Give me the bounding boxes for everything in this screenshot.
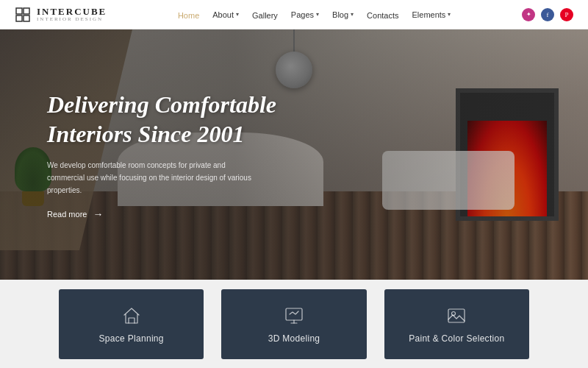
nav-item-pages[interactable]: Pages ▾ — [291, 10, 319, 19]
facebook-icon[interactable]: f — [541, 8, 554, 21]
svg-rect-4 — [286, 308, 302, 320]
svg-rect-0 — [16, 8, 22, 14]
chevron-down-icon: ▾ — [236, 11, 239, 18]
nav-item-elements[interactable]: Elements ▾ — [412, 10, 451, 19]
svg-rect-5 — [448, 309, 465, 322]
nav-social: ✦ f P — [522, 8, 573, 21]
nav-link-blog[interactable]: Blog — [332, 10, 348, 19]
navbar: INTERCUBE INTERIOR DESIGN Home About ▾ G… — [0, 0, 588, 29]
hero-content: Delivering Comfortable Interiors Since 2… — [47, 90, 356, 220]
brand-text: INTERCUBE INTERIOR DESIGN — [37, 7, 107, 23]
nav-link-pages[interactable]: Pages — [291, 10, 314, 19]
svg-rect-2 — [16, 15, 22, 21]
hero-cta-button[interactable]: Read more → — [47, 208, 356, 220]
svg-rect-1 — [24, 8, 29, 14]
nav-item-blog[interactable]: Blog ▾ — [332, 10, 354, 19]
card-3d-modeling[interactable]: 3D Modeling — [221, 289, 366, 359]
chevron-down-icon: ▾ — [316, 11, 319, 18]
card-space-planning[interactable]: Space Planning — [59, 289, 204, 359]
nav-link-home[interactable]: Home — [178, 11, 199, 20]
nav-link-contacts[interactable]: Contacts — [367, 11, 398, 20]
instagram-icon[interactable]: ✦ — [522, 8, 535, 21]
svg-point-6 — [452, 312, 456, 316]
hero-title: Delivering Comfortable Interiors Since 2… — [47, 90, 356, 149]
brand[interactable]: INTERCUBE INTERIOR DESIGN — [15, 7, 107, 23]
card-paint-color[interactable]: Paint & Color Selection — [384, 289, 529, 359]
card-paint-color-label: Paint & Color Selection — [409, 333, 504, 344]
house-icon — [120, 304, 143, 328]
hero-cta-label: Read more — [47, 210, 87, 219]
monitor-icon — [282, 304, 306, 328]
nav-item-gallery[interactable]: Gallery — [252, 8, 278, 21]
card-space-planning-label: Space Planning — [99, 333, 164, 344]
card-3d-modeling-label: 3D Modeling — [268, 333, 320, 344]
pinterest-icon[interactable]: P — [560, 8, 573, 21]
arrow-right-icon: → — [93, 208, 103, 220]
services-section: Space Planning 3D Modeling Paint & Color… — [0, 280, 588, 368]
nav-link-about[interactable]: About — [212, 10, 234, 19]
hero-subtitle: We develop comfortable room concepts for… — [47, 159, 253, 197]
hero-section: Delivering Comfortable Interiors Since 2… — [0, 29, 588, 280]
svg-rect-3 — [24, 15, 29, 21]
nav-link-elements[interactable]: Elements — [412, 10, 446, 19]
chevron-down-icon: ▾ — [448, 11, 451, 18]
brand-logo-icon — [15, 7, 31, 23]
nav-item-home[interactable]: Home — [178, 8, 199, 21]
brand-name: INTERCUBE — [37, 7, 107, 17]
nav-links: Home About ▾ Gallery Pages ▾ Blog ▾ Cont… — [178, 8, 451, 21]
nav-item-about[interactable]: About ▾ — [212, 10, 239, 19]
image-icon — [445, 304, 468, 328]
chevron-down-icon: ▾ — [351, 11, 354, 18]
brand-tagline: INTERIOR DESIGN — [37, 17, 107, 23]
nav-item-contacts[interactable]: Contacts — [367, 8, 398, 21]
nav-link-gallery[interactable]: Gallery — [252, 11, 278, 20]
